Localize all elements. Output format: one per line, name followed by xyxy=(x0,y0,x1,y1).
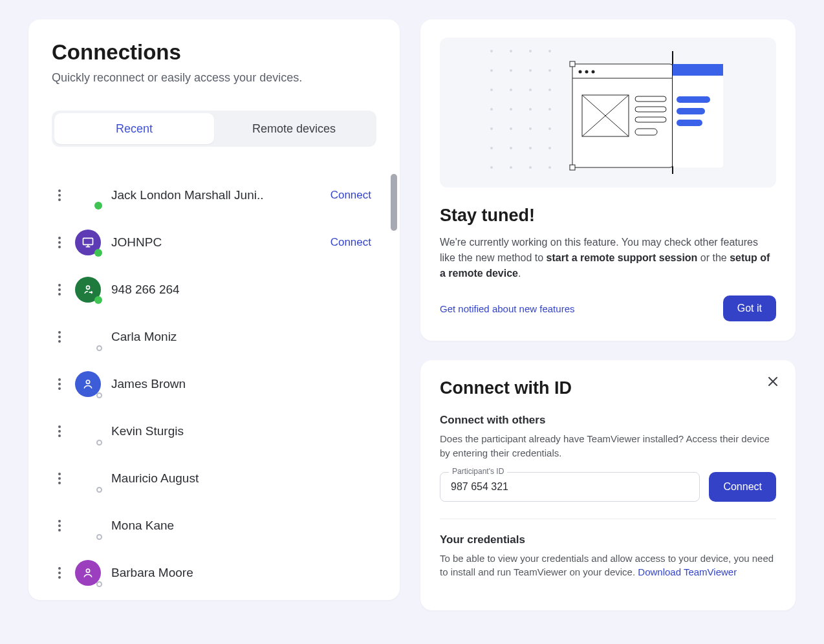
svg-point-35 xyxy=(579,70,582,74)
your-credentials-desc: To be able to view your credentials and … xyxy=(440,552,776,580)
svg-rect-34 xyxy=(572,64,673,167)
row-menu-icon[interactable] xyxy=(52,520,67,531)
svg-point-13 xyxy=(548,69,551,72)
scrollbar-thumb[interactable] xyxy=(391,174,397,231)
svg-point-22 xyxy=(490,127,493,130)
svg-point-21 xyxy=(548,108,551,111)
svg-point-25 xyxy=(548,127,551,130)
status-online-icon xyxy=(94,249,102,257)
connection-name: Jack London Marshall Juni.. xyxy=(111,188,331,202)
svg-point-6 xyxy=(490,50,493,52)
svg-point-32 xyxy=(529,166,532,169)
connect-others-desc: Does the participant already have TeamVi… xyxy=(440,432,776,460)
connections-subtitle: Quickly reconnect or easily access your … xyxy=(52,71,376,85)
participant-id-label: Participant's ID xyxy=(449,467,507,476)
avatar xyxy=(75,466,101,491)
svg-rect-50 xyxy=(673,64,723,76)
connection-row[interactable]: JOHNPC Connect xyxy=(52,219,376,266)
connection-name: JOHNPC xyxy=(111,235,331,250)
connection-row[interactable]: Barbara Moore xyxy=(52,549,376,596)
connections-panel: Connections Quickly reconnect or easily … xyxy=(28,19,400,600)
svg-point-14 xyxy=(490,89,493,91)
avatar xyxy=(75,513,101,539)
close-icon[interactable] xyxy=(767,376,779,390)
avatar xyxy=(75,371,101,397)
connect-link[interactable]: Connect xyxy=(331,189,376,202)
connection-name: Mona Kane xyxy=(111,519,376,533)
row-menu-icon[interactable] xyxy=(52,425,67,437)
svg-point-4 xyxy=(86,380,89,383)
svg-rect-47 xyxy=(570,165,575,170)
avatar xyxy=(75,418,101,444)
row-menu-icon[interactable] xyxy=(52,567,67,579)
divider xyxy=(440,519,776,519)
status-offline-icon xyxy=(96,392,102,398)
row-menu-icon[interactable] xyxy=(52,284,67,295)
svg-point-24 xyxy=(529,127,532,130)
connect-button[interactable]: Connect xyxy=(709,472,776,502)
svg-rect-46 xyxy=(570,61,575,67)
connection-row[interactable]: Mona Kane xyxy=(52,502,376,549)
status-offline-icon xyxy=(96,487,102,493)
svg-point-36 xyxy=(585,70,589,74)
status-offline-icon xyxy=(96,581,102,587)
svg-rect-53 xyxy=(677,120,702,126)
status-offline-icon xyxy=(96,534,102,540)
svg-point-15 xyxy=(510,89,512,91)
avatar xyxy=(75,182,101,208)
notify-link[interactable]: Get notified about new features xyxy=(440,303,574,314)
status-online-icon xyxy=(94,202,102,209)
connection-name: 948 266 264 xyxy=(111,283,376,297)
svg-point-8 xyxy=(529,50,532,52)
tab-recent[interactable]: Recent xyxy=(54,113,214,144)
connection-row[interactable]: 948 266 264 xyxy=(52,266,376,313)
svg-rect-52 xyxy=(677,108,705,114)
feature-teaser-card: Stay tuned! We're currently working on t… xyxy=(420,19,796,341)
svg-point-33 xyxy=(548,166,551,169)
svg-point-18 xyxy=(490,108,493,111)
svg-point-3 xyxy=(87,286,90,289)
connect-link[interactable]: Connect xyxy=(331,236,376,249)
feature-title: Stay tuned! xyxy=(440,206,776,226)
svg-point-30 xyxy=(490,166,493,169)
connection-name: Carla Moniz xyxy=(111,330,376,344)
connect-with-id-card: Connect with ID Connect with others Does… xyxy=(420,360,796,610)
svg-rect-49 xyxy=(673,64,723,167)
svg-point-19 xyxy=(510,108,512,111)
connection-row[interactable]: Jack London Marshall Juni.. Connect xyxy=(52,171,376,219)
svg-point-12 xyxy=(529,69,532,72)
row-menu-icon[interactable] xyxy=(52,331,67,343)
status-offline-icon xyxy=(96,440,102,445)
row-menu-icon[interactable] xyxy=(52,378,67,390)
status-online-icon xyxy=(94,296,102,304)
connection-row[interactable]: Carla Moniz xyxy=(52,313,376,360)
svg-rect-51 xyxy=(677,96,710,103)
connections-title: Connections xyxy=(52,40,376,65)
avatar xyxy=(75,277,101,303)
participant-id-input[interactable] xyxy=(440,472,700,502)
connect-id-title: Connect with ID xyxy=(440,378,776,398)
connection-row[interactable]: Mauricio August xyxy=(52,455,376,502)
svg-point-27 xyxy=(510,147,512,149)
download-teamviewer-link[interactable]: Download TeamViewer xyxy=(638,566,737,577)
svg-point-23 xyxy=(510,127,512,130)
connect-others-heading: Connect with others xyxy=(440,414,776,427)
row-menu-icon[interactable] xyxy=(52,237,67,248)
got-it-button[interactable]: Got it xyxy=(723,295,776,321)
svg-point-9 xyxy=(548,50,551,52)
connection-row[interactable]: James Brown xyxy=(52,360,376,407)
svg-rect-0 xyxy=(83,238,93,244)
svg-point-10 xyxy=(490,69,493,72)
connection-name: Barbara Moore xyxy=(111,566,376,580)
avatar xyxy=(75,560,101,586)
svg-point-17 xyxy=(548,89,551,91)
row-menu-icon[interactable] xyxy=(52,189,67,201)
connection-row[interactable]: Kevin Sturgis xyxy=(52,407,376,455)
avatar xyxy=(75,324,101,350)
svg-point-5 xyxy=(86,569,89,572)
svg-point-37 xyxy=(592,70,595,74)
svg-point-31 xyxy=(510,166,512,169)
row-menu-icon[interactable] xyxy=(52,473,67,484)
tab-remote-devices[interactable]: Remote devices xyxy=(214,113,374,144)
svg-point-29 xyxy=(548,147,551,149)
